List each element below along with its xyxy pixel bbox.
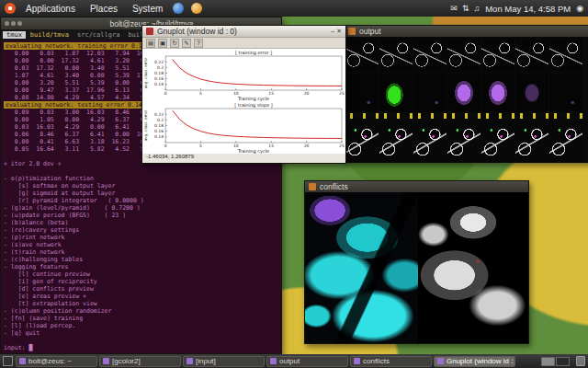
- terminal-line: - o(p)timization function: [4, 175, 278, 182]
- terminal-tab[interactable]: build/tmva: [27, 31, 73, 39]
- workspace-1[interactable]: [541, 357, 555, 366]
- red-cursor-marker: +: [475, 259, 479, 265]
- taskbar-item-label: [input]: [196, 357, 216, 365]
- power-icon[interactable]: ◉: [576, 4, 583, 13]
- window-list: bolt@zeus: ~ [gcolor2] [input] output co…: [16, 356, 536, 367]
- terminal-line: [4, 167, 278, 175]
- svg-text:Training cycle: Training cycle: [237, 148, 269, 154]
- conflicts-title: conflicts: [320, 182, 525, 191]
- show-desktop-icon[interactable]: [3, 356, 13, 366]
- output-tile: [447, 38, 481, 73]
- taskbar-item-label: [gcolor2]: [112, 357, 141, 365]
- terminal-tab[interactable]: tmux: [3, 31, 26, 39]
- indicator-icon[interactable]: ♫: [473, 4, 480, 13]
- terminal-line: [e] areas preview +: [4, 293, 278, 300]
- output-tile: [345, 74, 379, 112]
- output-tile: [413, 74, 447, 112]
- taskbar-item-label: conflicts: [363, 357, 390, 365]
- taskbar-item[interactable]: [input]: [183, 356, 265, 367]
- svg-text:15: 15: [268, 144, 274, 149]
- gnuplot-window: Gnuplot (window id : 0) – ✕ ▤▣↻✎? 051015…: [141, 25, 346, 164]
- terminal-line: - [fn] (save) training: [4, 315, 278, 322]
- output-window: output: [344, 25, 588, 163]
- menu-item[interactable]: Places: [87, 4, 120, 14]
- output-window-icon: [348, 28, 356, 35]
- output-title: output: [359, 27, 587, 36]
- svg-text:avg. class. error: avg. class. error: [143, 57, 148, 88]
- svg-text:0: 0: [164, 92, 167, 97]
- gnuplot-plot-training-error[interactable]: 05101520250.140.160.180.20.22[ training …: [142, 49, 345, 101]
- indicator-icons: ✉⇅♫: [450, 4, 480, 13]
- menu-item[interactable]: System: [130, 4, 165, 14]
- terminal-line: - (p)rint network: [4, 234, 278, 241]
- workspace-switcher: [541, 357, 570, 366]
- svg-text:20: 20: [304, 92, 310, 97]
- gnuplot-toolbar: ▤▣↻✎?: [142, 38, 345, 49]
- output-titlebar[interactable]: output: [345, 26, 588, 37]
- indicator-icon[interactable]: ✉: [450, 4, 458, 13]
- svg-text:25: 25: [339, 92, 345, 97]
- terminal-line: [i] gen of reciprocity: [4, 278, 278, 285]
- svg-text:0.22: 0.22: [154, 112, 164, 117]
- output-tile: [345, 38, 379, 73]
- gnuplot-titlebar[interactable]: Gnuplot (window id : 0) – ✕: [142, 26, 345, 38]
- terminal-line: [r] pyramid integrator ( 0.0000 ): [4, 197, 278, 204]
- terminal-line: [g] sigmoid at output layer: [4, 190, 278, 197]
- help-launcher-icon[interactable]: [173, 3, 184, 14]
- output-tile: [345, 120, 379, 162]
- taskbar-item-icon: [19, 358, 26, 364]
- clock[interactable]: Mon May 14, 4:58 PM: [485, 4, 571, 14]
- output-tile: [549, 120, 582, 162]
- satellite-color-image: [305, 192, 418, 343]
- output-tile-grid: [345, 37, 588, 163]
- gnuplot-window-buttons[interactable]: – ✕: [331, 28, 342, 35]
- svg-text:0.14: 0.14: [154, 134, 164, 139]
- browser-launcher-icon[interactable]: [191, 3, 202, 14]
- gnuplot-window-icon: [146, 28, 153, 35]
- terminal-tab[interactable]: src/callgra: [74, 31, 123, 39]
- terminal-line: - [q] quit: [4, 329, 278, 337]
- trash-icon[interactable]: [576, 356, 585, 366]
- output-tile: [379, 74, 413, 112]
- window-controls[interactable]: [5, 21, 22, 26]
- gnuplot-plot-training-slope[interactable]: 05101520250.140.160.180.20.22[ training …: [142, 101, 345, 154]
- svg-text:0: 0: [164, 144, 167, 149]
- taskbar-item-icon: [103, 358, 109, 364]
- output-tile: [345, 113, 379, 119]
- terminal-line: - (c)hallenging tables: [4, 256, 278, 263]
- svg-text:[ training error ]: [ training error ]: [235, 50, 272, 56]
- svg-text:25: 25: [339, 144, 345, 149]
- toolbar-button-icon[interactable]: ↻: [170, 39, 179, 48]
- svg-text:[ training slope ]: [ training slope ]: [234, 102, 272, 109]
- taskbar-item[interactable]: bolt@zeus: ~: [16, 356, 97, 367]
- svg-text:0.18: 0.18: [154, 123, 164, 128]
- toolbar-button-icon[interactable]: ✎: [182, 39, 191, 48]
- taskbar-item[interactable]: Gnuplot (window id : 0): [434, 356, 515, 367]
- svg-text:0.16: 0.16: [154, 76, 164, 81]
- menu-bar: ApplicationsPlacesSystem: [23, 4, 165, 14]
- conflicts-window: conflicts +: [304, 180, 529, 344]
- output-tile: [413, 120, 447, 162]
- conflicts-titlebar[interactable]: conflicts: [305, 181, 528, 192]
- toolbar-button-icon[interactable]: ?: [194, 39, 203, 48]
- conflicts-content: +: [305, 192, 528, 343]
- terminal-line: - (re)covery settings: [4, 226, 278, 234]
- output-tile: [379, 113, 413, 119]
- toolbar-button-icon[interactable]: ▣: [158, 39, 167, 48]
- terminal-line: - logging features: [4, 263, 278, 270]
- svg-text:Training cycle: Training cycle: [237, 96, 269, 101]
- svg-text:20: 20: [304, 144, 310, 149]
- svg-text:0.16: 0.16: [154, 129, 164, 133]
- indicator-icon[interactable]: ⇅: [462, 4, 469, 13]
- desktop: { "colors": { "accent_orange": "#e95420"…: [0, 0, 588, 368]
- menu-item[interactable]: Applications: [23, 4, 78, 14]
- svg-text:0.22: 0.22: [154, 60, 164, 64]
- output-tile: [379, 38, 413, 73]
- workspace-2[interactable]: [556, 357, 570, 366]
- svg-text:15: 15: [268, 92, 274, 97]
- ubuntu-logo-icon[interactable]: [5, 3, 16, 14]
- toolbar-button-icon[interactable]: ▤: [146, 39, 155, 48]
- taskbar-item[interactable]: conflicts: [350, 356, 432, 367]
- taskbar-item[interactable]: output: [266, 356, 348, 367]
- taskbar-item[interactable]: [gcolor2]: [99, 356, 181, 367]
